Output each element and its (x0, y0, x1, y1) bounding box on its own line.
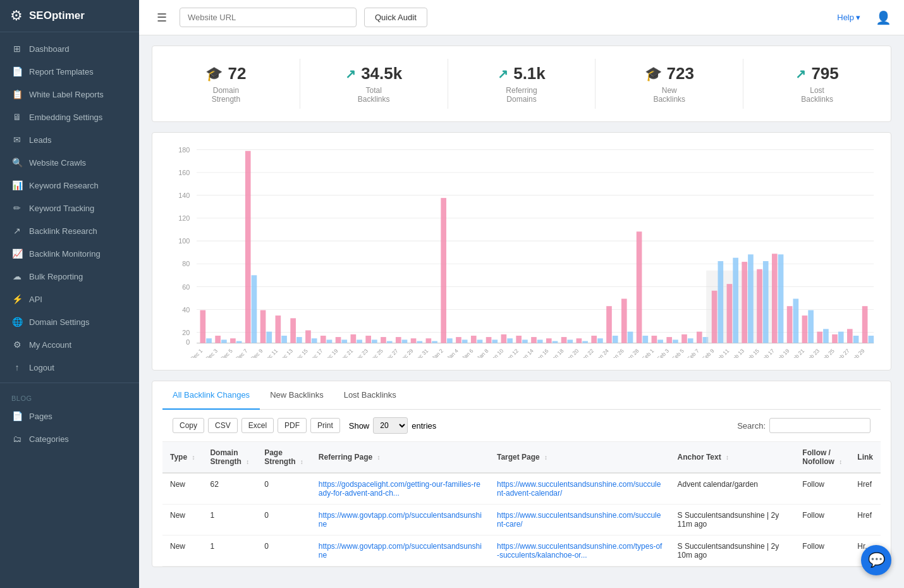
cell-referring-page[interactable]: https://godspacelight.com/getting-our-fa… (311, 473, 489, 505)
copy-button[interactable]: Copy (173, 418, 204, 433)
cell-type: New (162, 473, 202, 505)
tab-new-backlinks[interactable]: New Backlinks (260, 381, 334, 410)
svg-rect-55 (462, 340, 468, 343)
sidebar-label-keyword-tracking: Keyword Tracking (29, 204, 94, 213)
sidebar-item-backlink-monitoring[interactable]: 📈Backlink Monitoring (0, 242, 139, 265)
svg-text:Feb 11: Feb 11 (714, 348, 730, 358)
url-input[interactable] (180, 8, 357, 27)
target-page-link[interactable]: https://www.succulentsandsunshine.com/su… (497, 511, 661, 529)
svg-rect-24 (230, 338, 236, 343)
csv-button[interactable]: CSV (208, 418, 238, 433)
svg-rect-69 (567, 340, 573, 343)
referring-page-link[interactable]: https://godspacelight.com/getting-our-fa… (319, 480, 480, 498)
tab-lost-backlinks[interactable]: Lost Backlinks (334, 381, 406, 410)
sidebar-item-website-crawls[interactable]: 🔍Website Crawls (0, 151, 139, 174)
svg-rect-90 (718, 261, 724, 343)
svg-rect-47 (402, 340, 408, 343)
svg-rect-77 (628, 332, 633, 343)
svg-rect-98 (778, 254, 784, 343)
sidebar-icon-backlink-research: ↗ (11, 226, 23, 236)
sidebar-item-leads[interactable]: ✉Leads (0, 128, 139, 151)
target-page-link[interactable]: https://www.succulentsandsunshine.com/su… (497, 480, 661, 498)
svg-text:Jan 20: Jan 20 (564, 348, 580, 358)
sidebar-item-api[interactable]: ⚡API (0, 288, 139, 310)
hamburger-menu[interactable]: ☰ (152, 8, 172, 27)
svg-rect-39 (341, 340, 347, 343)
sidebar-item-report-templates[interactable]: 📄Report Templates (0, 60, 139, 83)
cell-target-page[interactable]: https://www.succulentsandsunshine.com/su… (489, 473, 670, 505)
cell-referring-page[interactable]: https://www.govtapp.com/p/succulentsands… (311, 505, 489, 536)
svg-rect-79 (642, 336, 648, 343)
svg-text:Dec 9: Dec 9 (249, 348, 264, 358)
sidebar-item-my-account[interactable]: ⚙My Account (0, 333, 139, 356)
content-area: 🎓 72 DomainStrength ↗ 34.5k TotalBacklin… (139, 35, 904, 588)
svg-rect-106 (838, 332, 844, 343)
svg-text:Dec 23: Dec 23 (353, 348, 370, 358)
user-icon[interactable]: 👤 (876, 10, 891, 25)
sidebar-label-leads: Leads (29, 135, 51, 145)
sidebar-label-white-label-reports: White Label Reports (29, 90, 104, 99)
sidebar-icon-embedding-settings: 🖥 (11, 112, 23, 122)
show-select[interactable]: 20 50 100 (373, 417, 408, 434)
sidebar-item-bulk-reporting[interactable]: ☁Bulk Reporting (0, 265, 139, 288)
sidebar-item-pages[interactable]: 📄Pages (0, 405, 139, 427)
col-domain-strength: DomainStrength ↕ (202, 442, 257, 473)
sidebar-item-dashboard[interactable]: ⊞Dashboard (0, 37, 139, 60)
sidebar-item-logout[interactable]: ↑Logout (0, 356, 139, 379)
svg-rect-56 (471, 336, 477, 343)
svg-rect-36 (321, 336, 326, 343)
stat-label: TotalBacklinks (313, 86, 435, 104)
sidebar: ⚙ SEOptimer ⊞Dashboard📄Report Templates📋… (0, 0, 139, 588)
backlink-chart: 180 160 140 120 100 80 60 40 20 0 (162, 143, 881, 358)
cell-follow: Follow (795, 473, 850, 505)
sidebar-icon-dashboard: ⊞ (11, 44, 23, 54)
col-page-strength: PageStrength ↕ (257, 442, 311, 473)
stat-number: 34.5k (361, 64, 402, 83)
stat-icon-link: ↗ (795, 66, 806, 82)
col-type: Type ↕ (162, 442, 202, 473)
cell-target-page[interactable]: https://www.succulentsandsunshine.com/ty… (489, 536, 670, 567)
pdf-button[interactable]: PDF (278, 418, 307, 433)
svg-text:Jan 12: Jan 12 (504, 348, 520, 358)
svg-rect-74 (606, 306, 612, 343)
cell-type: New (162, 536, 202, 567)
svg-text:Dec 31: Dec 31 (413, 348, 430, 358)
cell-referring-page[interactable]: https://www.govtapp.com/p/succulentsands… (311, 536, 489, 567)
target-page-link[interactable]: https://www.succulentsandsunshine.com/ty… (497, 542, 662, 560)
sidebar-label-pages: Pages (29, 412, 52, 421)
sidebar-item-domain-settings[interactable]: 🌐Domain Settings (0, 310, 139, 333)
svg-rect-30 (276, 315, 281, 343)
sidebar-item-categories[interactable]: 🗂Categories (0, 427, 139, 450)
sidebar-item-backlink-research[interactable]: ↗Backlink Research (0, 219, 139, 242)
stat-number: 723 (667, 64, 694, 83)
sidebar-divider (0, 383, 139, 383)
excel-button[interactable]: Excel (241, 418, 274, 433)
stat-card-new-backlinks: 🎓 723 NewBacklinks (596, 59, 743, 109)
sidebar-item-keyword-tracking[interactable]: ✏Keyword Tracking (0, 197, 139, 219)
tab-all-backlink-changes[interactable]: All Backlink Changes (162, 381, 260, 410)
print-button[interactable]: Print (310, 418, 340, 433)
search-input[interactable] (769, 418, 870, 433)
cell-target-page[interactable]: https://www.succulentsandsunshine.com/su… (489, 505, 670, 536)
svg-text:Feb 19: Feb 19 (774, 348, 790, 358)
logo-text: SEOptimer (29, 9, 85, 22)
svg-rect-51 (432, 341, 437, 343)
chat-button[interactable]: 💬 (861, 545, 891, 575)
svg-rect-73 (597, 338, 603, 343)
sidebar-item-embedding-settings[interactable]: 🖥Embedding Settings (0, 106, 139, 128)
sidebar-item-white-label-reports[interactable]: 📋White Label Reports (0, 83, 139, 106)
svg-rect-94 (748, 254, 754, 343)
cell-domain-strength: 1 (202, 505, 257, 536)
help-button[interactable]: Help ▾ (837, 13, 860, 22)
referring-page-link[interactable]: https://www.govtapp.com/p/succulentsands… (319, 542, 482, 560)
sidebar-item-keyword-research[interactable]: 📊Keyword Research (0, 174, 139, 197)
quick-audit-button[interactable]: Quick Audit (364, 8, 427, 27)
svg-text:Dec 1: Dec 1 (189, 348, 204, 358)
svg-rect-63 (522, 340, 528, 343)
svg-rect-68 (561, 337, 567, 343)
referring-page-link[interactable]: https://www.govtapp.com/p/succulentsands… (319, 511, 482, 529)
stat-value: ↗ 795 (756, 64, 878, 83)
sidebar-icon-report-templates: 📄 (11, 66, 23, 77)
svg-text:0: 0 (186, 338, 190, 346)
svg-rect-45 (387, 341, 393, 343)
